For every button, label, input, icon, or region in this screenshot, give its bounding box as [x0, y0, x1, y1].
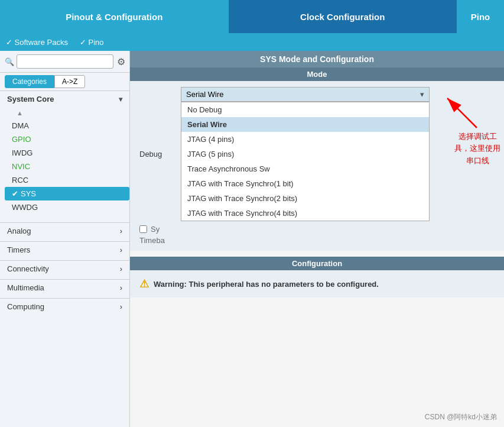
- multimedia-group[interactable]: Multimedia ›: [0, 279, 129, 296]
- dropdown-item-jtag-trace1[interactable]: JTAG with Trace Synchro(1 bit): [181, 176, 429, 191]
- dropdown-item-jtag4[interactable]: JTAG (4 pins): [181, 132, 429, 147]
- footer-text: CSDN @阿特kd小迷弟: [425, 412, 497, 422]
- pino-tab[interactable]: Pino: [457, 0, 504, 33]
- mode-section-label: Mode: [130, 67, 504, 81]
- dropdown-item-jtag-trace4[interactable]: JTAG with Trace Synchro(4 bits): [181, 206, 429, 221]
- pinout-tab[interactable]: Pinout & Configuration: [0, 0, 229, 33]
- analog-group[interactable]: Analog ›: [0, 222, 129, 239]
- sidebar-item-nvic[interactable]: NVIC: [5, 160, 129, 173]
- dropdown-item-jtag-trace2[interactable]: JTAG with Trace Synchro(2 bits): [181, 191, 429, 206]
- sidebar-item-wwdg[interactable]: WWDG: [5, 200, 129, 214]
- sidebar: 🔍 ⚙ Categories A->Z System Core ▾ ▲ DMA …: [0, 51, 130, 427]
- dropdown-menu: No Debug Serial Wire JTAG (4 pins) JTAG …: [181, 102, 430, 221]
- collapse-arrow: ▲: [5, 107, 129, 119]
- clock-tab[interactable]: Clock Configuration: [229, 0, 457, 33]
- config-section-label: Configuration: [130, 257, 504, 270]
- red-arrow-svg: [430, 83, 483, 131]
- sys-checkbox[interactable]: [139, 225, 147, 233]
- dropdown-item-serial-wire[interactable]: Serial Wire: [181, 117, 429, 132]
- chevron-right-icon: ›: [120, 264, 122, 273]
- sidebar-item-gpio[interactable]: GPIO: [5, 132, 129, 146]
- chevron-right-icon: ›: [120, 302, 122, 311]
- sys-row: Sy: [139, 225, 495, 234]
- dropdown-item-trace-async[interactable]: Trace Asynchronous Sw: [181, 161, 429, 176]
- annotation-text: 选择调试工 具，这里使用 串口线: [454, 131, 500, 167]
- gear-icon[interactable]: ⚙: [117, 56, 125, 67]
- warning-icon: ⚠: [139, 277, 149, 290]
- dropdown-item-jtag5[interactable]: JTAG (5 pins): [181, 147, 429, 161]
- secondary-nav: ✓ Software Packs ✓ Pino: [0, 33, 504, 51]
- sys-label: Sy: [151, 225, 160, 234]
- debug-select[interactable]: Serial Wire ▾: [181, 87, 430, 102]
- sidebar-item-dma[interactable]: DMA: [5, 119, 129, 132]
- timers-group[interactable]: Timers ›: [0, 241, 129, 258]
- svg-line-1: [447, 98, 477, 128]
- search-bar: 🔍 ⚙: [0, 51, 129, 73]
- system-core-group[interactable]: System Core ▾: [0, 91, 129, 107]
- chevron-right-icon: ›: [120, 245, 122, 254]
- filter-categories[interactable]: Categories: [5, 75, 54, 88]
- search-input[interactable]: [17, 54, 113, 69]
- debug-row: Debug Serial Wire ▾ No Debug Serial Wire…: [139, 87, 495, 221]
- debug-dropdown-container: Serial Wire ▾ No Debug Serial Wire JTAG …: [181, 87, 430, 221]
- timeba-row: Timeba: [139, 236, 495, 245]
- pino-link[interactable]: ✓ Pino: [80, 38, 104, 47]
- content-area: SYS Mode and Configuration Mode Debug Se…: [130, 51, 504, 427]
- config-content: ⚠ Warning: This peripheral has no parame…: [130, 270, 504, 297]
- chevron-down-icon: ▾: [420, 90, 424, 99]
- chevron-right-icon: ›: [120, 227, 122, 235]
- mode-content: Debug Serial Wire ▾ No Debug Serial Wire…: [130, 81, 504, 251]
- check-icon: ✔: [12, 189, 18, 198]
- sidebar-item-sys[interactable]: ✔ SYS: [5, 187, 129, 200]
- content-header: SYS Mode and Configuration: [130, 51, 504, 67]
- chevron-down-icon: ▾: [119, 95, 122, 103]
- search-icon: 🔍: [5, 57, 14, 66]
- sidebar-item-rcc[interactable]: RCC: [5, 173, 129, 187]
- software-packs-link[interactable]: ✓ Software Packs: [6, 38, 68, 47]
- computing-group[interactable]: Computing ›: [0, 298, 129, 315]
- sidebar-items: ▲ DMA GPIO IWDG NVIC RCC ✔ SYS WWDG: [0, 107, 129, 214]
- sidebar-item-iwdg[interactable]: IWDG: [5, 146, 129, 160]
- chevron-right-icon: ›: [120, 283, 122, 292]
- connectivity-group[interactable]: Connectivity ›: [0, 260, 129, 277]
- warning-row: ⚠ Warning: This peripheral has no parame…: [139, 277, 495, 290]
- debug-label: Debug: [139, 150, 181, 158]
- filter-tabs: Categories A->Z: [0, 73, 129, 91]
- filter-az[interactable]: A->Z: [54, 75, 85, 88]
- annotation-container: 选择调试工 具，这里使用 串口线: [435, 119, 495, 190]
- dropdown-item-no-debug[interactable]: No Debug: [181, 102, 429, 117]
- timeba-label: Timeba: [139, 236, 165, 245]
